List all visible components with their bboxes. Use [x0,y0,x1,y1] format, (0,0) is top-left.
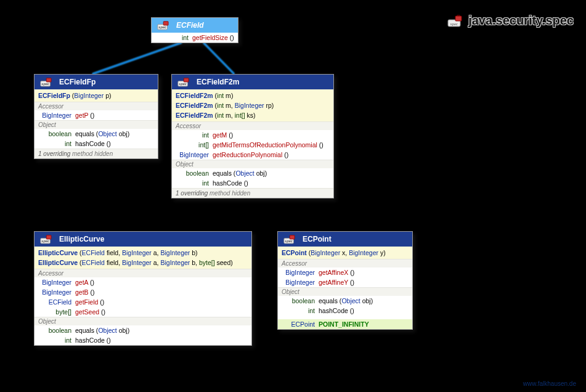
section-label: Object [172,160,333,168]
hidden-note: 1 overriding method hidden [172,188,333,198]
svg-rect-11 [184,78,189,82]
method-row: booleanequals (Object obj) [35,325,251,335]
class-header: spec ECPoint [278,232,412,247]
svg-text:spec: spec [179,83,187,86]
method-row: inthashCode () [35,335,251,345]
method-row: BigIntegergetAffineY () [278,277,412,287]
diagram-canvas: { "package": { "name": "java.security.sp… [0,0,586,392]
class-header: spec ECField [152,18,238,33]
svg-text:spec: spec [158,26,166,30]
hidden-note: 1 overriding method hidden [35,149,158,158]
method-row: int[]getMidTermsOfReductionPolynomial () [172,140,333,150]
svg-rect-17 [290,235,295,239]
constructor-row: ECFieldF2m (int m, BigInteger rp) [172,100,333,110]
class-ecpoint: spec ECPoint ECPoint (BigInteger x, BigI… [277,231,413,330]
spec-icon: spec [447,15,465,27]
constant-row: ECPoint POINT_INFINITY [278,319,412,329]
class-ellipticcurve: spec EllipticCurve EllipticCurve (ECFiel… [34,231,252,346]
constructor-row: ECFieldF2m (int m) [172,91,333,100]
method-row: ECFieldgetField () [35,297,251,307]
spec-icon: spec [282,234,299,245]
section-label: Accessor [172,121,333,130]
svg-rect-8 [46,78,51,82]
class-name: ECPoint [303,235,332,243]
constructor-row: EllipticCurve (ECField field, BigInteger… [35,258,251,267]
svg-text:spec: spec [41,83,49,86]
svg-rect-14 [46,235,51,239]
svg-text:spec: spec [41,240,49,243]
section-label: Object [278,287,412,296]
method-row: inthashCode () [35,139,158,149]
class-name: ECFieldF2m [197,78,239,86]
spec-icon: spec [155,20,173,31]
class-ecfieldfp: spec ECFieldFp ECFieldFp (BigInteger p) … [34,74,158,159]
spec-icon: spec [176,76,193,88]
method-row: BigIntegergetAffineX () [278,267,412,277]
method-row: BigIntegergetA () [35,277,251,287]
method-row: BigIntegergetP () [35,110,158,120]
class-header: spec EllipticCurve [35,232,251,247]
class-header: spec ECFieldF2m [172,75,333,89]
constructor-row: ECFieldF2m (int m, int[] ks) [172,110,333,120]
class-ecfieldf2m: spec ECFieldF2m ECFieldF2m (int m)ECFiel… [171,74,334,198]
constructors: ECFieldFp (BigInteger p) [35,89,158,102]
method-row: BigIntegergetB () [35,287,251,297]
method-row: BigIntegergetReductionPolynomial () [172,150,333,160]
class-name: ECField [176,21,204,30]
svg-rect-5 [163,22,168,25]
method-row: booleanequals (Object obj) [172,168,333,178]
method-row: intgetM () [172,130,333,140]
constructor-row: ECPoint (BigInteger x, BigInteger y) [278,248,412,258]
method-row: inthashCode () [172,178,333,188]
constructors: ECFieldF2m (int m)ECFieldF2m (int m, Big… [172,89,333,121]
svg-text:spec: spec [285,240,293,243]
method-row: booleanequals (Object obj) [278,296,412,306]
constructor-row: EllipticCurve (ECField field, BigInteger… [35,248,251,258]
section-label: Object [35,120,158,129]
section-label: Accessor [35,102,158,110]
constructor-row: ECFieldFp (BigInteger p) [35,91,158,100]
package-name: java.security.spec [468,14,574,28]
class-name: ECFieldFp [59,78,96,86]
section-label: Object [35,317,251,325]
spec-icon: spec [38,234,55,245]
svg-text:spec: spec [450,22,458,27]
class-name: EllipticCurve [59,235,104,243]
class-ecfield: spec ECField int getFieldSize () [151,17,238,43]
constructors: EllipticCurve (ECField field, BigInteger… [35,247,251,269]
method-row: byte[]getSeed () [35,307,251,317]
method-row: inthashCode () [278,306,412,316]
section-label: Accessor [35,269,251,277]
class-header: spec ECFieldFp [35,75,158,89]
method-row: int getFieldSize () [152,33,238,43]
constructors: ECPoint (BigInteger x, BigInteger y) [278,247,412,259]
footer-credit: www.falkhausen.de [523,380,576,387]
section-label: Accessor [278,259,412,267]
svg-rect-2 [455,16,462,21]
method-row: booleanequals (Object obj) [35,129,158,139]
package-title: spec java.security.spec [447,14,574,28]
spec-icon: spec [38,76,55,88]
